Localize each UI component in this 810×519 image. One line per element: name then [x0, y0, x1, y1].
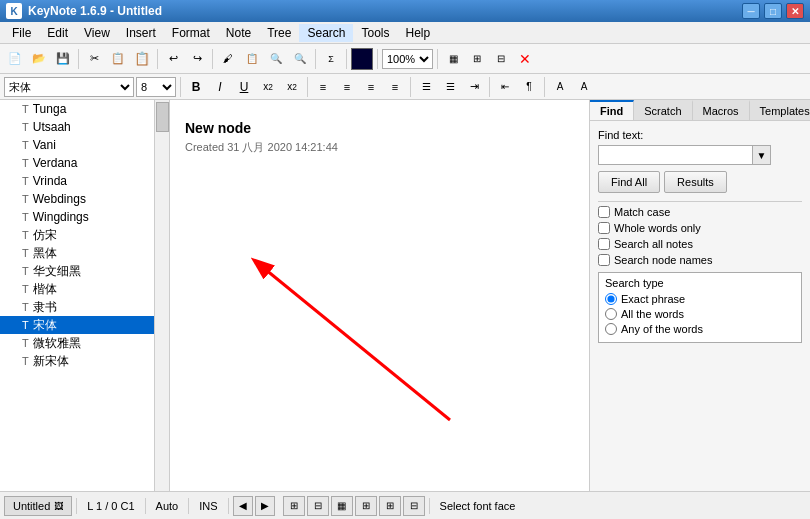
delete-button[interactable]: ✕	[514, 48, 536, 70]
menu-note[interactable]: Note	[218, 24, 259, 42]
font-item-lishu[interactable]: T 隶书	[0, 298, 154, 316]
tree-btn-6[interactable]: ⊟	[403, 496, 425, 516]
find-all-button[interactable]: Find All	[598, 171, 660, 193]
font-size-select[interactable]: 8	[136, 77, 176, 97]
font-item-wingdings[interactable]: T Wingdings	[0, 208, 154, 226]
open-button[interactable]: 📂	[28, 48, 50, 70]
font-list-inner: T Tunga T Utsaah T Vani T Verdana T Vr	[0, 100, 169, 491]
menu-edit[interactable]: Edit	[39, 24, 76, 42]
tree-btn-2[interactable]: ⊟	[307, 496, 329, 516]
font-item-newsongti[interactable]: T 新宋体	[0, 352, 154, 370]
tab-templates[interactable]: Templates	[750, 100, 810, 120]
list-bullet-button[interactable]: ☰	[415, 77, 437, 97]
search-names-row: Search node names	[598, 254, 802, 266]
whole-words-checkbox[interactable]	[598, 222, 610, 234]
font-list-scrollbar[interactable]	[154, 100, 169, 491]
font-icon-verdana: T	[22, 157, 29, 169]
undo-button[interactable]: ↩	[162, 48, 184, 70]
align-right-button[interactable]: ≡	[360, 77, 382, 97]
font-item-songti[interactable]: T 宋体	[0, 316, 154, 334]
tab-macros[interactable]: Macros	[693, 100, 750, 120]
tree-btn-1[interactable]: ⊞	[283, 496, 305, 516]
save-button[interactable]: 💾	[52, 48, 74, 70]
font-item-fangsong[interactable]: T 仿宋	[0, 226, 154, 244]
search-button[interactable]: 🔍	[265, 48, 287, 70]
menu-view[interactable]: View	[76, 24, 118, 42]
font-item-utsaah[interactable]: T Utsaah	[0, 118, 154, 136]
minimize-button[interactable]: ─	[742, 3, 760, 19]
indent-button[interactable]: ⇥	[463, 77, 485, 97]
cut-button[interactable]: ✂	[83, 48, 105, 70]
search-notes-checkbox[interactable]	[598, 238, 610, 250]
maximize-button[interactable]: □	[764, 3, 782, 19]
font-item-heiti[interactable]: T 黑体	[0, 244, 154, 262]
find-dropdown-button[interactable]: ▼	[753, 145, 771, 165]
align-center-button[interactable]: ≡	[336, 77, 358, 97]
menu-help[interactable]: Help	[398, 24, 439, 42]
any-words-radio[interactable]	[605, 323, 617, 335]
menu-insert[interactable]: Insert	[118, 24, 164, 42]
font-item-msyahei[interactable]: T 微软雅黑	[0, 334, 154, 352]
status-tab-label: Untitled	[13, 500, 50, 512]
results-button[interactable]: Results	[664, 171, 727, 193]
font-item-webdings[interactable]: T Webdings	[0, 190, 154, 208]
font-icon-tunga: T	[22, 103, 29, 115]
align-left-button[interactable]: ≡	[312, 77, 334, 97]
exact-phrase-radio[interactable]	[605, 293, 617, 305]
italic-button[interactable]: I	[209, 77, 231, 97]
paragraph-spacing-button[interactable]: ¶	[518, 77, 540, 97]
font-select[interactable]: 宋体	[4, 77, 134, 97]
font-item-vani[interactable]: T Vani	[0, 136, 154, 154]
highlight-button[interactable]: A	[573, 77, 595, 97]
status-sep3	[188, 498, 189, 514]
tree-btn-5[interactable]: ⊞	[379, 496, 401, 516]
toolbar-extra3[interactable]: ⊟	[490, 48, 512, 70]
editor-content[interactable]	[185, 163, 574, 463]
all-words-radio[interactable]	[605, 308, 617, 320]
close-button[interactable]: ✕	[786, 3, 804, 19]
paste-button[interactable]: 📋	[131, 48, 153, 70]
redo-button[interactable]: ↪	[186, 48, 208, 70]
exact-phrase-row: Exact phrase	[605, 293, 795, 305]
menu-file[interactable]: File	[4, 24, 39, 42]
new-button[interactable]: 📄	[4, 48, 26, 70]
tree-btn-3[interactable]: ▦	[331, 496, 353, 516]
superscript-button[interactable]: x2	[257, 77, 279, 97]
font-item-huawen[interactable]: T 华文细黑	[0, 262, 154, 280]
color-box[interactable]	[351, 48, 373, 70]
menu-tree[interactable]: Tree	[259, 24, 299, 42]
toolbar-extra1[interactable]: ▦	[442, 48, 464, 70]
bold-button[interactable]: B	[185, 77, 207, 97]
nav-forward-button[interactable]: ▶	[255, 496, 275, 516]
copy-format-button[interactable]: 🖌	[217, 48, 239, 70]
menu-search[interactable]: Search	[299, 24, 353, 42]
copy-button[interactable]: 📋	[107, 48, 129, 70]
font-icon-webdings: T	[22, 193, 29, 205]
font-color-button[interactable]: A	[549, 77, 571, 97]
font-item-vrinda[interactable]: T Vrinda	[0, 172, 154, 190]
toolbar-extra2[interactable]: ⊞	[466, 48, 488, 70]
zoom-select[interactable]: 100%	[382, 49, 433, 69]
tree-btn-4[interactable]: ⊞	[355, 496, 377, 516]
subscript-button[interactable]: x2	[281, 77, 303, 97]
paste-format-button[interactable]: 📋	[241, 48, 263, 70]
tab-find[interactable]: Find	[590, 100, 634, 120]
sort-button[interactable]: Σ	[320, 48, 342, 70]
search-names-checkbox[interactable]	[598, 254, 610, 266]
status-tab-name[interactable]: Untitled 🖼	[4, 496, 72, 516]
find-input[interactable]	[598, 145, 753, 165]
menu-tools[interactable]: Tools	[353, 24, 397, 42]
outdent-button[interactable]: ⇤	[494, 77, 516, 97]
tab-scratch[interactable]: Scratch	[634, 100, 692, 120]
list-numbered-button[interactable]: ☰	[439, 77, 461, 97]
sep3	[212, 49, 213, 69]
menu-format[interactable]: Format	[164, 24, 218, 42]
underline-button[interactable]: U	[233, 77, 255, 97]
nav-back-button[interactable]: ◀	[233, 496, 253, 516]
search2-button[interactable]: 🔍	[289, 48, 311, 70]
font-item-tunga[interactable]: T Tunga	[0, 100, 154, 118]
font-item-verdana[interactable]: T Verdana	[0, 154, 154, 172]
font-item-kaiti[interactable]: T 楷体	[0, 280, 154, 298]
align-justify-button[interactable]: ≡	[384, 77, 406, 97]
match-case-checkbox[interactable]	[598, 206, 610, 218]
